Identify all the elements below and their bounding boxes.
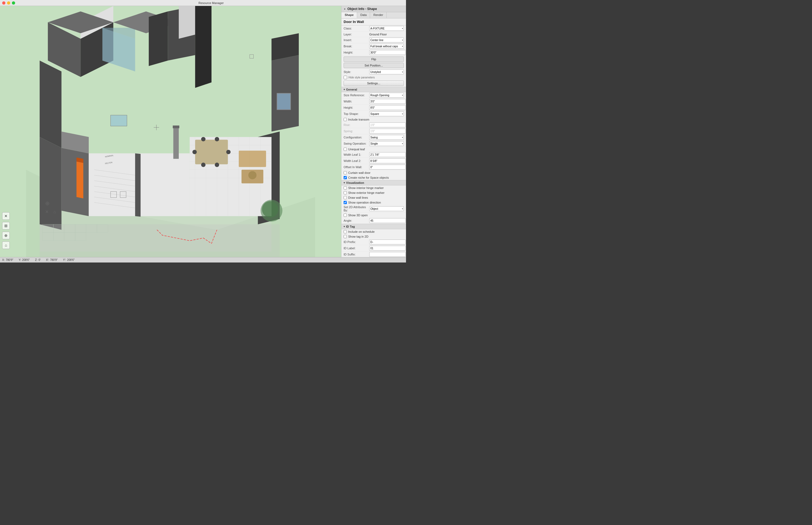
insert-select-wrapper[interactable]: Center line ▾: [369, 38, 404, 43]
y2-label: Y':: [63, 258, 66, 261]
visualization-section-header[interactable]: ▾ Visualization: [341, 180, 406, 185]
settings-button[interactable]: Settings...: [344, 80, 404, 86]
width-leaf2-input[interactable]: [369, 159, 406, 163]
top-shape-select[interactable]: Square: [369, 111, 404, 116]
break-select-wrapper[interactable]: Full break without caps ▾: [369, 44, 404, 49]
svg-marker-11: [149, 11, 168, 66]
show-3d-open-row: Show 3D open: [341, 213, 406, 217]
show-tag-in-2d-checkbox[interactable]: [344, 235, 347, 238]
include-transom-label: Include transom: [348, 118, 369, 121]
class-select-wrapper[interactable]: A-FIXTURE ▾: [369, 26, 404, 31]
general-height-label: Height:: [344, 106, 369, 109]
include-on-schedule-checkbox[interactable]: [344, 230, 347, 233]
width-leaf1-label: Width Leaf 1:: [344, 153, 369, 156]
minimize-button[interactable]: [7, 1, 10, 4]
class-select[interactable]: A-FIXTURE: [369, 26, 404, 31]
svg-rect-82: [110, 115, 127, 126]
layer-value: Ground Floor: [369, 33, 404, 36]
id-prefix-label: ID Prefix:: [344, 240, 369, 243]
set-position-button[interactable]: Set Position...: [344, 63, 404, 68]
show-exterior-hinge-checkbox[interactable]: [344, 191, 347, 194]
curtain-wall-door-checkbox[interactable]: [344, 171, 347, 174]
id-tag-section-arrow: ▾: [344, 225, 345, 228]
svg-text:✕: ✕: [45, 209, 49, 214]
svg-point-44: [215, 137, 219, 141]
panel-title: Object Info - Shape: [347, 7, 377, 11]
width-input[interactable]: [369, 99, 406, 104]
swing-operation-select-wrapper[interactable]: Single ▾: [369, 141, 404, 146]
insert-select[interactable]: Center line: [369, 38, 404, 43]
draw-wall-lines-label: Draw wall lines: [348, 196, 368, 199]
offset-in-wall-label: Offset In Wall:: [344, 165, 369, 169]
class-label: Class:: [344, 27, 369, 30]
id-prefix-input[interactable]: [369, 240, 406, 244]
general-height-row: Height:: [341, 105, 406, 111]
right-panel: ✦ Object Info - Shape Shape Data Render …: [341, 6, 406, 257]
rise-input[interactable]: [369, 122, 406, 127]
style-select-wrapper[interactable]: Unstyled ▾: [369, 70, 404, 74]
configuration-select-wrapper[interactable]: Swing ▾: [369, 135, 404, 140]
height-label: Height:: [344, 51, 369, 54]
swing-operation-row: Swing Operation: Single ▾: [341, 140, 406, 147]
svg-rect-42: [195, 140, 228, 164]
general-height-input[interactable]: [369, 105, 406, 110]
top-shape-select-wrapper[interactable]: Square ▾: [369, 111, 404, 116]
offset-in-wall-row: Offset In Wall:: [341, 164, 406, 170]
navigate-icon[interactable]: ⊕: [2, 232, 10, 239]
svg-marker-81: [40, 224, 280, 257]
unequal-leaf-checkbox[interactable]: [344, 148, 347, 151]
x1-label: X:: [2, 258, 4, 261]
z1-value: 0': [38, 258, 41, 261]
hide-style-checkbox[interactable]: [344, 76, 347, 79]
visualization-section-arrow: ▾: [344, 181, 345, 184]
coord-x1: X: 780'9": [2, 258, 13, 261]
general-section-header[interactable]: ▾ General: [341, 87, 406, 92]
id-suffix-input[interactable]: [369, 252, 406, 257]
show-3d-open-checkbox[interactable]: [344, 213, 347, 217]
style-label: Style:: [344, 70, 369, 74]
size-reference-select[interactable]: Rough Opening: [369, 93, 404, 97]
flip-button[interactable]: Flip: [344, 57, 404, 62]
style-select[interactable]: Unstyled: [369, 70, 404, 74]
tab-data[interactable]: Data: [357, 12, 370, 18]
layer-row: Layer: Ground Floor: [341, 32, 406, 37]
include-transom-checkbox[interactable]: [344, 118, 347, 121]
panel-content[interactable]: Class: A-FIXTURE ▾ Layer: Ground Floor I…: [341, 26, 406, 257]
configuration-select[interactable]: Swing: [369, 135, 404, 140]
swing-operation-select[interactable]: Single: [369, 141, 404, 146]
hide-style-label: Hide style parameters: [348, 76, 375, 79]
width-leaf1-input[interactable]: [369, 152, 406, 157]
show-interior-hinge-checkbox[interactable]: [344, 186, 347, 190]
cross-icon[interactable]: ✕: [2, 212, 10, 220]
size-reference-select-wrapper[interactable]: Rough Opening ▾: [369, 93, 404, 97]
spring-input[interactable]: [369, 129, 406, 134]
show-operation-direction-checkbox[interactable]: [344, 201, 347, 204]
create-niche-checkbox[interactable]: [344, 176, 347, 179]
id-label-input[interactable]: [369, 246, 406, 251]
home-icon[interactable]: ⌂: [2, 241, 10, 249]
id-label-label: ID Label:: [344, 246, 369, 250]
size-reference-label: Size Reference:: [344, 93, 369, 97]
window-controls[interactable]: [2, 1, 15, 4]
maximize-button[interactable]: [12, 1, 15, 4]
panel-tabs: Shape Data Render: [341, 12, 406, 18]
visualization-section-title: Visualization: [346, 181, 364, 184]
break-select[interactable]: Full break without caps: [369, 44, 404, 49]
tab-shape[interactable]: Shape: [341, 12, 357, 18]
tab-render[interactable]: Render: [370, 12, 387, 18]
top-shape-label: Top Shape:: [344, 112, 369, 116]
set-2d-attrs-label: Set 2D Attributes By:: [344, 206, 369, 212]
viewport[interactable]: ⊕ ⌂ ✕ NOMINAL PELTON: [0, 6, 341, 257]
panel-title-bar: ✦ Object Info - Shape: [341, 6, 406, 12]
angle-input[interactable]: [369, 218, 406, 223]
close-button[interactable]: [2, 1, 5, 4]
set-2d-attrs-select-wrapper[interactable]: Object ▾: [369, 206, 404, 211]
id-tag-section-header[interactable]: ▾ ID Tag: [341, 224, 406, 229]
include-on-schedule-row: Include on schedule: [341, 229, 406, 234]
grid-icon[interactable]: ⊞: [2, 222, 10, 229]
set-2d-attrs-select[interactable]: Object: [369, 206, 404, 211]
class-row: Class: A-FIXTURE ▾: [341, 26, 406, 32]
height-input[interactable]: [369, 50, 406, 55]
draw-wall-lines-checkbox[interactable]: [344, 196, 347, 199]
offset-in-wall-input[interactable]: [369, 165, 406, 169]
